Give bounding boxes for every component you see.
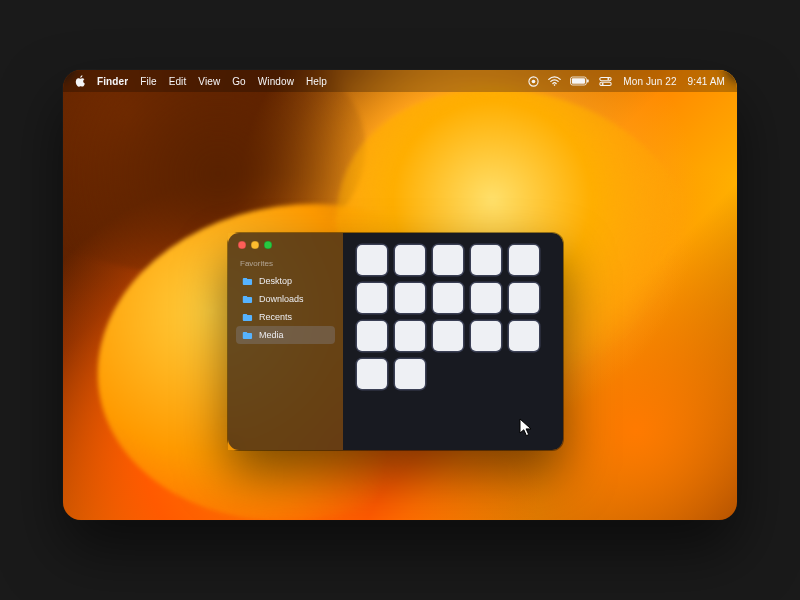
- close-button[interactable]: [238, 241, 246, 249]
- zoom-button[interactable]: [264, 241, 272, 249]
- wifi-icon[interactable]: [548, 76, 561, 86]
- sidebar-item-label: Recents: [259, 313, 292, 322]
- thumbnail[interactable]: [433, 245, 463, 275]
- thumbnail[interactable]: [357, 283, 387, 313]
- thumbnail[interactable]: [433, 283, 463, 313]
- battery-icon[interactable]: [570, 76, 590, 86]
- sidebar-item-label: Downloads: [259, 295, 304, 304]
- thumbnail[interactable]: [471, 283, 501, 313]
- thumbnail[interactable]: [395, 321, 425, 351]
- thumbnail[interactable]: [395, 245, 425, 275]
- sidebar-item-label: Desktop: [259, 277, 292, 286]
- svg-point-1: [532, 79, 536, 83]
- folder-icon: [242, 277, 253, 286]
- folder-icon: [242, 331, 253, 340]
- thumbnail[interactable]: [433, 321, 463, 351]
- finder-window[interactable]: Favorites DesktopDownloadsRecentsMedia: [228, 233, 563, 450]
- thumbnail[interactable]: [395, 359, 425, 389]
- menubar-right: Mon Jun 22 9:41 AM: [528, 76, 725, 87]
- folder-icon: [242, 295, 253, 304]
- menubar-item-file[interactable]: File: [140, 76, 157, 87]
- menubar-item-edit[interactable]: Edit: [169, 76, 187, 87]
- thumbnail[interactable]: [395, 283, 425, 313]
- svg-point-9: [602, 82, 604, 84]
- sidebar-item-recents[interactable]: Recents: [236, 308, 335, 326]
- finder-content[interactable]: [343, 233, 563, 450]
- menubar-item-help[interactable]: Help: [306, 76, 327, 87]
- window-controls: [236, 241, 335, 249]
- finder-sidebar: Favorites DesktopDownloadsRecentsMedia: [228, 233, 343, 450]
- menubar-item-go[interactable]: Go: [232, 76, 246, 87]
- thumbnail[interactable]: [357, 359, 387, 389]
- sidebar-favorites-list: DesktopDownloadsRecentsMedia: [236, 272, 335, 344]
- menubar-time[interactable]: 9:41 AM: [688, 76, 725, 87]
- sidebar-section-label: Favorites: [240, 259, 335, 268]
- thumbnail[interactable]: [357, 321, 387, 351]
- sidebar-item-label: Media: [259, 331, 284, 340]
- svg-point-7: [608, 78, 610, 80]
- menubar-left: Finder File Edit View Go Window Help: [75, 75, 327, 87]
- thumbnail[interactable]: [509, 245, 539, 275]
- menubar-item-window[interactable]: Window: [258, 76, 294, 87]
- thumbnail[interactable]: [509, 283, 539, 313]
- svg-point-2: [554, 84, 556, 86]
- folder-icon: [242, 313, 253, 322]
- menubar-date[interactable]: Mon Jun 22: [623, 76, 676, 87]
- control-center-icon[interactable]: [599, 76, 612, 87]
- desktop-screen: Finder File Edit View Go Window Help: [63, 70, 737, 520]
- thumbnail[interactable]: [509, 321, 539, 351]
- svg-rect-8: [600, 82, 611, 85]
- menubar: Finder File Edit View Go Window Help: [63, 70, 737, 92]
- svg-rect-6: [600, 77, 611, 80]
- menubar-item-view[interactable]: View: [198, 76, 220, 87]
- thumbnail[interactable]: [471, 245, 501, 275]
- sidebar-item-downloads[interactable]: Downloads: [236, 290, 335, 308]
- thumbnail-grid: [357, 245, 549, 389]
- record-icon[interactable]: [528, 76, 539, 87]
- menubar-app-name[interactable]: Finder: [97, 76, 128, 87]
- thumbnail[interactable]: [357, 245, 387, 275]
- sidebar-item-media[interactable]: Media: [236, 326, 335, 344]
- apple-logo-icon[interactable]: [75, 75, 85, 87]
- thumbnail[interactable]: [471, 321, 501, 351]
- sidebar-item-desktop[interactable]: Desktop: [236, 272, 335, 290]
- minimize-button[interactable]: [251, 241, 259, 249]
- svg-rect-4: [572, 78, 585, 83]
- svg-rect-5: [587, 79, 589, 82]
